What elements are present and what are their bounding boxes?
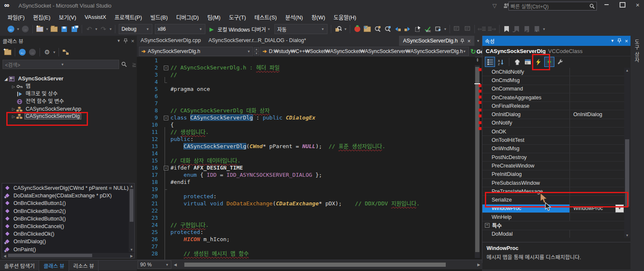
properties-scrollbar[interactable]: ▲ ▼ xyxy=(624,68,630,238)
editor-zoom-select[interactable]: 90 % ▼ xyxy=(138,260,171,269)
menu-item-12[interactable]: 도움말(H) xyxy=(330,11,361,23)
start-debug-label[interactable]: 로컬 Windows 디버거 xyxy=(218,25,266,33)
editor-horizontal-scrollbar[interactable] xyxy=(178,262,476,268)
property-row[interactable]: WinHelp xyxy=(482,213,624,221)
uncomment-button[interactable] xyxy=(463,24,472,34)
properties-dropdown-icon[interactable]: ▼ xyxy=(610,39,614,43)
class-view-header[interactable]: 클래스 뷰 ▼ × xyxy=(0,36,137,46)
panel-tab-1[interactable]: 클래스 뷰 xyxy=(39,260,69,271)
solution-config-select[interactable]: Debug▼ xyxy=(119,24,152,34)
object-selector[interactable]: CASyncSockServerDlg VCCodeClass ▼ xyxy=(482,46,637,56)
fold-collapse-icon[interactable]: − xyxy=(164,66,168,70)
tree-item-asyncsockserver[interactable]: ◢ASyncSockServer xyxy=(0,75,137,83)
property-row[interactable]: PostNcDestroy xyxy=(482,153,624,162)
property-row[interactable]: OnOK xyxy=(482,128,624,136)
property-value[interactable] xyxy=(570,76,624,84)
properties-close-icon[interactable]: × xyxy=(625,38,628,44)
navigate-back-dropdown[interactable]: ▼ xyxy=(16,27,20,31)
comment-button[interactable] xyxy=(452,24,462,34)
decrease-indent-button[interactable]: ⇦☰ xyxy=(477,24,487,34)
maximize-button[interactable] xyxy=(615,0,630,9)
va-spellcheck-icon[interactable]: abc xyxy=(423,24,433,34)
bookmark-toolbar-dropdown[interactable]: ▼ xyxy=(543,27,546,31)
properties-wrench-icon[interactable] xyxy=(556,57,565,66)
property-value[interactable] xyxy=(570,145,624,153)
dialog-window-icon[interactable] xyxy=(523,57,532,66)
attach-select[interactable]: 자동▼ xyxy=(274,24,327,34)
property-value[interactable] xyxy=(570,230,624,238)
tree-expander-icon[interactable]: ▷ xyxy=(11,85,16,89)
menu-item-6[interactable]: 디버그(D) xyxy=(172,11,203,23)
property-value[interactable] xyxy=(570,179,624,187)
find-in-files-icon[interactable] xyxy=(334,24,343,34)
properties-pin-icon[interactable] xyxy=(617,38,621,43)
menu-item-11[interactable]: 창(W) xyxy=(307,11,330,23)
property-row[interactable]: WindowProcWindowProc▼ xyxy=(482,205,624,213)
va-find-references-icon[interactable] xyxy=(383,24,392,34)
property-row[interactable]: PreCreateWindow xyxy=(482,162,624,170)
document-tab-0[interactable]: ASyncSockServerDlg.cpp xyxy=(137,36,205,46)
va-nav-back-icon[interactable] xyxy=(393,24,402,34)
tree-expander-icon[interactable]: ▷ xyxy=(11,114,16,119)
property-row[interactable]: OnNotify xyxy=(482,119,624,128)
property-value[interactable] xyxy=(570,213,624,221)
search-dropdown-icon[interactable]: ▼ xyxy=(61,63,117,66)
property-row[interactable]: −특수 xyxy=(482,221,624,230)
start-debug-dropdown[interactable]: ▼ xyxy=(267,27,271,31)
panel-tab-2[interactable]: 리소스 뷰 xyxy=(69,260,98,271)
category-collapse-icon[interactable]: − xyxy=(485,223,490,228)
navigate-forward-button[interactable]: → xyxy=(21,24,30,34)
property-row[interactable]: OnWndMsg xyxy=(482,145,624,153)
solution-platform-select[interactable]: x86▼ xyxy=(155,24,205,34)
toggle-bookmark-icon[interactable] xyxy=(502,24,511,34)
menu-item-10[interactable]: 분석(N) xyxy=(281,11,307,23)
next-bookmark-icon[interactable]: → xyxy=(522,24,532,34)
undo-dropdown[interactable]: ▼ xyxy=(95,27,98,31)
find-dropdown[interactable]: ▼ xyxy=(344,27,347,31)
minimize-button[interactable] xyxy=(599,0,614,9)
quick-launch-search[interactable]: 빠른 실행(Ctrl+Q) xyxy=(508,2,597,11)
categorized-icon[interactable] xyxy=(485,57,495,67)
menu-item-5[interactable]: 빌드(B) xyxy=(146,11,172,23)
tree-item-매크로-및-상수[interactable]: 매크로 및 상수 xyxy=(0,90,137,98)
overrides-icon[interactable] xyxy=(544,57,554,67)
toolbox-vertical-tab[interactable]: 도구 상자 xyxy=(633,39,640,63)
member-list-item[interactable]: CASyncSockServerDlg(CWnd * pParent = NUL… xyxy=(2,184,129,192)
notifications-funnel-icon[interactable]: ▽ xyxy=(492,3,497,9)
menu-item-8[interactable]: 도구(T) xyxy=(225,11,250,23)
window-position-dropdown-icon[interactable]: ▼ xyxy=(117,39,120,43)
vassistx-tomato-icon[interactable] xyxy=(353,24,362,34)
save-button[interactable] xyxy=(60,24,69,34)
property-value[interactable] xyxy=(570,102,624,110)
pin-icon[interactable] xyxy=(124,38,128,43)
tree-item-casyncsockserverapp[interactable]: ▷CASyncSockServerApp xyxy=(0,105,137,113)
undo-button[interactable]: ↶ xyxy=(85,24,94,34)
menu-item-9[interactable]: 테스트(S) xyxy=(250,11,281,23)
close-panel-icon[interactable]: × xyxy=(131,38,134,44)
property-value[interactable] xyxy=(570,128,624,136)
property-value[interactable] xyxy=(570,119,624,127)
member-list-item[interactable]: OnBnClickedOk() xyxy=(2,230,129,238)
member-list-item[interactable]: ✶DoDataExchange(CDataExchange * pDX) xyxy=(2,192,129,199)
va-open-file-icon[interactable]: ↻ xyxy=(363,24,372,34)
new-item-dropdown[interactable]: ▼ xyxy=(45,27,49,31)
redo-button[interactable]: ↷ xyxy=(99,24,108,34)
va-nav-forward-icon[interactable] xyxy=(403,24,412,34)
property-row[interactable]: OnCreateAggregates xyxy=(482,93,624,102)
document-tab-1[interactable]: ASyncSockServer.r...R_DIALOG - Dialog* xyxy=(205,36,310,46)
tree-expander-icon[interactable]: ◢ xyxy=(3,77,8,81)
property-value[interactable] xyxy=(570,187,624,195)
close-button[interactable]: × xyxy=(631,0,644,9)
property-row[interactable]: PreSubclassWindow xyxy=(482,179,624,187)
document-tab-2[interactable]: ASyncSockServerDlg.h× xyxy=(399,36,474,46)
nav-spinner[interactable]: ▲▼ xyxy=(254,47,259,56)
start-debug-button[interactable]: ▶ xyxy=(207,24,216,34)
symbol-nav-combo[interactable]: ➔ ASyncSockServerDlg.h ▼ xyxy=(139,47,253,56)
increase-indent-button[interactable]: ☰⇨ xyxy=(487,24,497,34)
property-value[interactable] xyxy=(570,85,624,93)
code-area[interactable]: 12−// ASyncSockServerDlg.h : 헤더 파일3//45#… xyxy=(137,57,475,260)
va-find-symbol-icon[interactable] xyxy=(373,24,382,34)
member-list-item[interactable]: ✶OnInitDialog() xyxy=(2,238,129,245)
property-row[interactable]: OnToolHitTest xyxy=(482,136,624,144)
menu-item-4[interactable]: 프로젝트(P) xyxy=(110,11,146,23)
